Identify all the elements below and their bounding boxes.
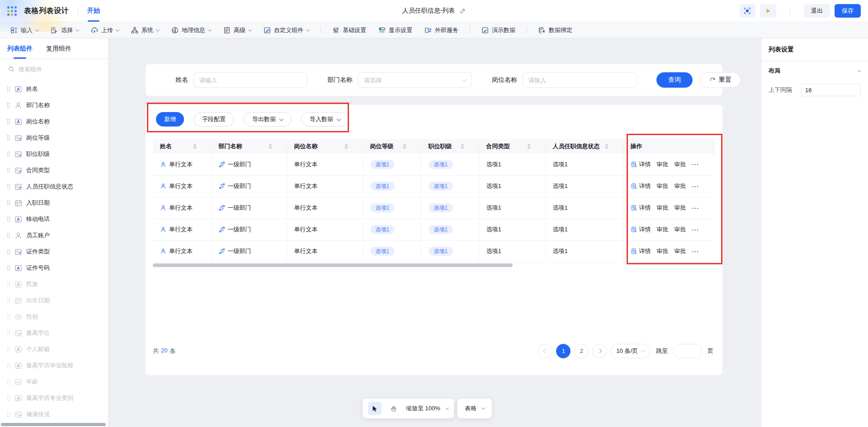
hand-tool-button[interactable] [387, 402, 401, 415]
ribbon-item[interactable]: 基础设置 [329, 24, 369, 36]
exit-button[interactable]: 退出 [804, 4, 830, 18]
approve-link[interactable]: 审批 [657, 204, 669, 212]
page-size-select[interactable]: 10 条/页 [610, 344, 651, 358]
filter-input[interactable] [199, 77, 302, 84]
detail-link[interactable]: 详情 [639, 160, 651, 169]
drag-icon[interactable] [7, 183, 10, 190]
ribbon-item[interactable]: 高级 [220, 24, 255, 36]
sidebar-field-item[interactable]: 移动电话 [0, 211, 108, 227]
drag-icon[interactable] [7, 232, 10, 239]
sidebar-field-item[interactable]: 健康状况 [0, 406, 108, 422]
sort-control[interactable] [527, 144, 531, 149]
sidebar-field-item[interactable]: 岗位等级 [0, 130, 108, 146]
approve-link[interactable]: 审批 [657, 225, 669, 234]
drag-icon[interactable] [7, 216, 10, 222]
ribbon-item[interactable]: 显示设置 [375, 24, 415, 36]
sidebar-field-item[interactable]: 入职日期 [0, 195, 108, 211]
more-actions-button[interactable]: ··· [692, 205, 699, 211]
detail-link[interactable]: 详情 [639, 182, 651, 190]
sidebar-field-item[interactable]: 最高学位 [0, 325, 108, 341]
page-number-button[interactable]: 1 [556, 344, 571, 358]
filter-input-box[interactable] [193, 72, 307, 88]
approve-link[interactable]: 审批 [657, 182, 669, 190]
export-data-button[interactable]: 导出数据 [244, 112, 292, 127]
sidebar-field-item[interactable]: 民族 [0, 276, 108, 292]
page-number-button[interactable]: 2 [574, 344, 589, 358]
detail-link[interactable]: 详情 [639, 204, 651, 212]
run-button[interactable] [760, 4, 776, 18]
search-input[interactable] [19, 66, 100, 73]
edit-title-icon[interactable] [459, 8, 466, 14]
more-actions-button[interactable]: ··· [692, 226, 699, 233]
layout-section-header[interactable]: 布局 [761, 61, 868, 80]
sort-control[interactable] [193, 144, 197, 149]
sidebar-field-item[interactable]: 合同类型 [0, 162, 108, 178]
drag-icon[interactable] [7, 118, 10, 125]
ribbon-item[interactable]: 外部服务 [421, 24, 462, 36]
add-button[interactable]: 新增 [156, 112, 184, 127]
reset-button[interactable]: 重置 [700, 72, 741, 88]
sidebar-field-item[interactable]: 岗位名称 [0, 113, 108, 130]
approve-link[interactable]: 审批 [657, 247, 669, 255]
drag-icon[interactable] [7, 200, 10, 206]
drag-icon[interactable] [7, 86, 10, 92]
approve-link[interactable]: 审批 [657, 160, 669, 169]
drag-icon[interactable] [7, 411, 10, 418]
sidebar-tab[interactable]: 复用组件 [46, 38, 71, 59]
detail-link[interactable]: 详情 [639, 225, 651, 234]
sidebar-field-item[interactable]: 最高学历毕业院校 [0, 357, 108, 374]
sidebar-tab[interactable]: 列表组件 [7, 38, 33, 59]
drag-icon[interactable] [7, 330, 10, 336]
sort-control[interactable] [461, 144, 464, 149]
search-button[interactable]: 查询 [656, 72, 693, 88]
sidebar-field-item[interactable]: 职位职级 [0, 146, 108, 162]
ribbon-item[interactable]: 系统 [128, 24, 162, 36]
sidebar-field-item[interactable]: 证件类型 [0, 244, 108, 260]
sidebar-field-item[interactable]: 人员任职信息状态 [0, 178, 108, 195]
drag-icon[interactable] [7, 379, 10, 385]
drag-icon[interactable] [7, 395, 10, 401]
filter-input-box[interactable] [358, 72, 472, 88]
cursor-tool-button[interactable] [368, 402, 382, 415]
ribbon-item[interactable]: 输入 [7, 24, 42, 36]
ribbon-item[interactable]: 数据绑定 [535, 24, 576, 36]
drag-icon[interactable] [7, 346, 10, 352]
filter-input[interactable] [528, 77, 631, 84]
sort-control[interactable] [403, 144, 406, 149]
sidebar-field-item[interactable]: 个人邮箱 [0, 341, 108, 357]
sidebar-field-item[interactable]: 性别 [0, 309, 108, 325]
ribbon-item[interactable]: 地理信息 [168, 24, 214, 36]
more-actions-button[interactable]: ··· [692, 161, 699, 168]
filter-input[interactable] [364, 77, 463, 84]
table-horizontal-scrollbar[interactable] [153, 263, 513, 267]
sidebar-field-item[interactable]: 出生日期 [0, 292, 108, 309]
ribbon-item[interactable]: 上传 [88, 24, 122, 36]
ribbon-item[interactable]: 选择 [47, 24, 82, 36]
sidebar-field-item[interactable]: 姓名 [0, 81, 108, 97]
drag-icon[interactable] [7, 249, 10, 255]
sidebar-field-item[interactable]: 员工账户 [0, 227, 108, 244]
sidebar-horizontal-scrollbar[interactable] [1, 423, 106, 426]
filter-input-box[interactable] [523, 72, 637, 88]
preview-frame-button[interactable] [739, 4, 755, 18]
drag-icon[interactable] [7, 151, 10, 157]
zoom-level-select[interactable]: 缩放至 100% [406, 404, 440, 413]
drag-icon[interactable] [7, 281, 10, 287]
drag-icon[interactable] [7, 297, 10, 304]
approve-link[interactable]: 审批 [675, 225, 686, 234]
spacing-input[interactable] [801, 84, 861, 96]
drag-icon[interactable] [7, 135, 10, 141]
ribbon-item[interactable]: 演示数据 [478, 24, 519, 36]
sidebar-field-item[interactable]: 部门名称 [0, 97, 108, 113]
field-config-button[interactable]: 字段配置 [193, 112, 234, 127]
drag-icon[interactable] [7, 314, 10, 320]
approve-link[interactable]: 审批 [675, 247, 686, 255]
sidebar-field-item[interactable]: 123 年龄 [0, 374, 108, 390]
sidebar-field-item[interactable]: 最高学历专业类别 [0, 390, 108, 406]
approve-link[interactable]: 审批 [675, 204, 686, 212]
sort-control[interactable] [605, 144, 609, 149]
sort-control[interactable] [344, 144, 348, 149]
approve-link[interactable]: 审批 [675, 182, 686, 190]
ribbon-item[interactable]: 自定义组件 [260, 24, 312, 36]
sidebar-field-item[interactable]: 证件号码 [0, 260, 108, 276]
